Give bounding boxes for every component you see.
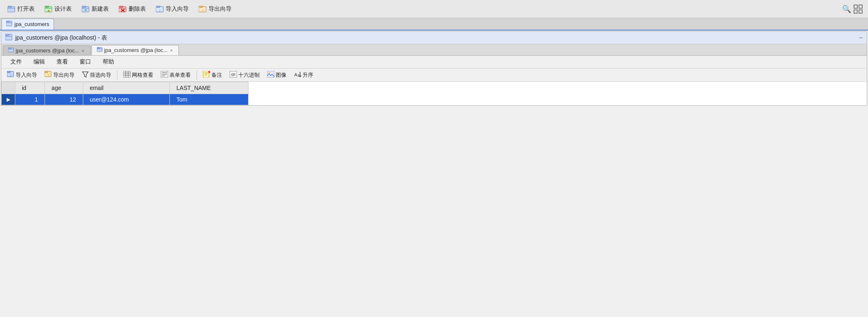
delete-table-icon xyxy=(119,6,127,12)
inner-tab-2-label: jpa_customers @jpa (loc... xyxy=(104,47,168,53)
filter-label: 筛选向导 xyxy=(90,71,111,79)
note-label: 备注 xyxy=(211,71,222,79)
svg-text:z: z xyxy=(298,73,300,77)
grid-view-label: 网格查看 xyxy=(132,71,153,79)
top-tab-icon xyxy=(6,21,13,28)
grid-view-icon xyxy=(123,71,131,79)
export-wizard-label: 导出向导 xyxy=(209,5,232,13)
inner-export-button[interactable]: ↑ 导出向导 xyxy=(41,70,78,80)
form-view-icon xyxy=(161,71,168,79)
svg-rect-44 xyxy=(123,71,131,78)
svg-rect-29 xyxy=(6,34,9,35)
design-table-label: 设计表 xyxy=(54,5,72,13)
col-indicator xyxy=(2,82,15,94)
cell-id[interactable]: 1 xyxy=(15,94,45,105)
svg-rect-19 xyxy=(199,6,203,7)
note-icon xyxy=(203,71,210,79)
open-table-icon xyxy=(7,6,16,12)
svg-rect-60 xyxy=(267,71,274,78)
open-table-button[interactable]: 打开表 xyxy=(3,4,39,14)
svg-text:↓: ↓ xyxy=(10,73,12,77)
inner-tab-2[interactable]: jpa_customers @jpa (loc... × xyxy=(91,45,179,55)
inner-tab-1-label: jpa_customers @jpa (loc... xyxy=(16,47,79,54)
import-wizard-icon: ↓ xyxy=(156,6,164,12)
image-icon xyxy=(267,71,274,79)
jpa-customers-top-tab[interactable]: jpa_customers xyxy=(2,19,54,30)
table-area: id age email LAST_NAME ▶112user@124.comT… xyxy=(1,82,867,105)
cell-last-name[interactable]: Tom xyxy=(170,94,249,105)
sort-label: 升序 xyxy=(303,71,313,79)
svg-rect-35 xyxy=(97,47,100,48)
inner-import-icon: ↓ xyxy=(7,71,14,79)
svg-rect-41 xyxy=(45,71,48,73)
col-email[interactable]: email xyxy=(83,82,169,94)
hex-button[interactable]: 0F 十六进制 xyxy=(226,70,263,80)
search-icon[interactable]: 🔍 xyxy=(842,4,852,14)
svg-rect-21 xyxy=(854,5,857,8)
menu-window[interactable]: 窗口 xyxy=(74,57,97,67)
inner-export-label: 导出向导 xyxy=(53,71,75,79)
top-toolbar: 打开表 设计表 + 新建表 删除表 ↓ 导入向导 ↑ 导出向导 🔍 xyxy=(0,0,868,18)
toolbar-separator-2 xyxy=(197,71,197,80)
table-header-row: id age email LAST_NAME xyxy=(2,82,249,94)
inner-window-title-text: jpa_customers @jpa (localhost) - 表 xyxy=(15,34,107,42)
delete-table-button[interactable]: 删除表 xyxy=(115,4,150,14)
import-wizard-button[interactable]: ↓ 导入向导 xyxy=(152,4,193,14)
filter-icon xyxy=(82,71,89,79)
inner-tab-1[interactable]: jpa_customers @jpa (loc... × xyxy=(3,45,91,55)
inner-tab-1-close[interactable]: × xyxy=(81,48,85,53)
sort-icon: Az xyxy=(294,71,301,79)
menu-edit[interactable]: 编辑 xyxy=(28,57,51,67)
inner-window-icon xyxy=(5,34,13,42)
filter-button[interactable]: 筛选向导 xyxy=(79,70,115,80)
inner-tab-2-close[interactable]: × xyxy=(169,48,174,53)
minimize-button[interactable]: − xyxy=(859,34,863,42)
svg-rect-53 xyxy=(203,71,209,78)
svg-rect-32 xyxy=(9,47,11,49)
image-label: 图像 xyxy=(276,71,286,79)
inner-tab-1-icon xyxy=(8,47,14,54)
cell-email[interactable]: user@124.com xyxy=(83,94,169,105)
menu-bar: 文件 编辑 查看 窗口 帮助 xyxy=(1,56,867,69)
table-row[interactable]: ▶112user@124.comTom xyxy=(2,94,249,105)
inner-import-button[interactable]: ↓ 导入向导 xyxy=(4,70,40,80)
export-wizard-button[interactable]: ↑ 导出向导 xyxy=(195,4,236,14)
menu-view[interactable]: 查看 xyxy=(51,57,74,67)
new-table-button[interactable]: + 新建表 xyxy=(77,4,113,14)
col-age[interactable]: age xyxy=(45,82,83,94)
inner-window-title-bar: jpa_customers @jpa (localhost) - 表 − xyxy=(1,32,867,44)
top-tab-bar: jpa_customers xyxy=(0,18,868,31)
svg-text:↑: ↑ xyxy=(202,8,204,12)
hex-icon: 0F xyxy=(230,71,237,79)
inner-window: jpa_customers @jpa (localhost) - 表 − jpa… xyxy=(1,31,867,106)
toolbar-separator-1 xyxy=(117,71,117,80)
data-table: id age email LAST_NAME ▶112user@124.comT… xyxy=(1,82,249,105)
image-button[interactable]: 图像 xyxy=(264,70,290,80)
design-table-icon xyxy=(45,6,53,12)
grid-view-button[interactable]: 网格查看 xyxy=(120,70,157,80)
svg-text:0F: 0F xyxy=(231,73,236,77)
svg-rect-1 xyxy=(8,6,12,7)
grid-icon[interactable] xyxy=(853,4,863,14)
inner-export-icon: ↑ xyxy=(45,71,52,79)
svg-rect-38 xyxy=(7,71,10,73)
design-table-button[interactable]: 设计表 xyxy=(40,4,76,14)
sort-button[interactable]: Az 升序 xyxy=(291,70,317,80)
col-last-name[interactable]: LAST_NAME xyxy=(170,82,249,94)
svg-rect-4 xyxy=(45,6,49,7)
menu-help[interactable]: 帮助 xyxy=(97,57,120,67)
cell-age[interactable]: 12 xyxy=(45,94,83,105)
form-view-button[interactable]: 表单查看 xyxy=(157,70,194,80)
new-table-icon: + xyxy=(82,6,90,12)
svg-rect-16 xyxy=(157,6,160,7)
inner-tab-2-icon xyxy=(97,47,103,53)
col-id[interactable]: id xyxy=(15,82,45,94)
note-button[interactable]: 备注 xyxy=(199,70,225,80)
svg-rect-7 xyxy=(82,6,86,7)
svg-text:↑: ↑ xyxy=(47,73,49,77)
menu-file[interactable]: 文件 xyxy=(5,57,28,67)
import-wizard-label: 导入向导 xyxy=(166,5,189,13)
svg-marker-43 xyxy=(82,72,88,77)
row-indicator: ▶ xyxy=(2,94,15,105)
svg-text:↓: ↓ xyxy=(159,8,161,12)
